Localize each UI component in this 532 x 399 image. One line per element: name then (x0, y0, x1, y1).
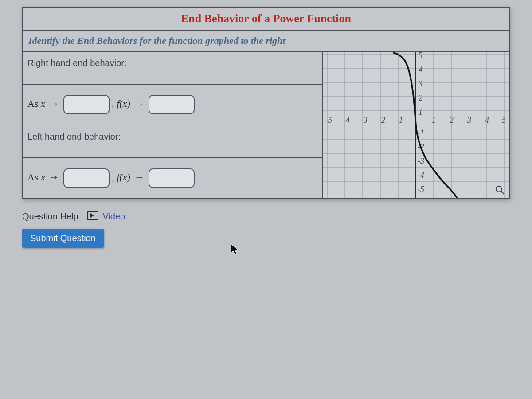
zoom-icon[interactable] (495, 185, 505, 195)
svg-text:-2: -2 (379, 116, 385, 125)
question-instruction: Identify the End Behaviors for the funct… (23, 30, 509, 51)
question-help-label: Question Help: (22, 211, 81, 221)
x-var: x (41, 172, 45, 183)
video-link[interactable]: Video (102, 211, 125, 221)
as-label: As (27, 98, 38, 109)
as-label: As (27, 172, 38, 183)
svg-text:4: 4 (419, 65, 422, 74)
right-x-limit-input[interactable] (63, 95, 110, 114)
video-icon[interactable] (87, 211, 98, 220)
comma: , (112, 172, 114, 183)
graph-svg: -5-4 -3-2 -1 12 34 5 54 32 1 -1-2 -3-4 -… (323, 52, 509, 198)
right-behavior-label: Right hand end behavior: (23, 51, 322, 84)
svg-text:-3: -3 (361, 116, 368, 125)
svg-text:5: 5 (502, 116, 506, 125)
svg-text:1: 1 (432, 116, 436, 125)
svg-text:-1: -1 (418, 128, 424, 137)
svg-text:1: 1 (419, 108, 422, 117)
svg-text:4: 4 (485, 116, 489, 125)
arrow-icon: → (47, 98, 61, 109)
left-behavior-inputs: As x → , f(x) → (23, 158, 322, 199)
svg-text:-5: -5 (325, 116, 332, 125)
svg-text:-1: -1 (396, 116, 403, 125)
right-fx-limit-input[interactable] (149, 95, 195, 114)
svg-text:-3: -3 (418, 156, 424, 165)
x-var: x (41, 98, 45, 109)
svg-text:3: 3 (418, 79, 422, 88)
fx-label: f(x) (117, 98, 130, 109)
svg-text:5: 5 (419, 52, 422, 60)
left-fx-limit-input[interactable] (149, 168, 195, 188)
svg-text:-5: -5 (418, 185, 424, 194)
fx-label: f(x) (117, 172, 130, 183)
svg-text:-4: -4 (418, 171, 424, 180)
question-title: End Behavior of a Power Function (23, 7, 509, 30)
svg-text:3: 3 (467, 116, 471, 125)
left-behavior-label: Left hand end behavior: (23, 125, 322, 158)
svg-text:-4: -4 (343, 116, 350, 125)
cursor-icon (231, 244, 239, 255)
svg-text:2: 2 (419, 94, 422, 102)
graph-cell: -5-4 -3-2 -1 12 34 5 54 32 1 -1-2 -3-4 -… (322, 51, 509, 199)
question-help: Question Help: Video (22, 211, 532, 222)
svg-text:2: 2 (450, 116, 454, 125)
submit-button[interactable]: Submit Question (22, 229, 104, 248)
svg-line-45 (501, 191, 504, 194)
left-x-limit-input[interactable] (63, 168, 110, 188)
arrow-icon: → (133, 172, 146, 183)
right-behavior-inputs: As x → , f(x) → (23, 84, 322, 125)
arrow-icon: → (47, 172, 61, 183)
comma: , (112, 98, 114, 109)
question-table: End Behavior of a Power Function Identif… (22, 7, 510, 199)
arrow-icon: → (133, 98, 146, 109)
